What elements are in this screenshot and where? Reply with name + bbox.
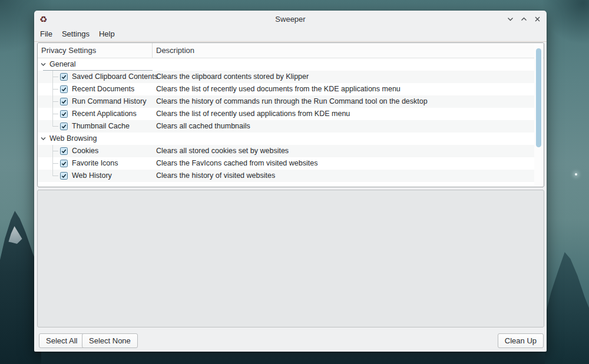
- item-description: Clears the clipboard contents stored by …: [153, 71, 534, 83]
- titlebar[interactable]: ♻ Sweeper: [34, 11, 547, 27]
- window-controls: [507, 11, 541, 27]
- chevron-down-icon[interactable]: [41, 133, 46, 145]
- item-label: Web History: [72, 170, 112, 182]
- item-label: Favorite Icons: [72, 157, 118, 170]
- column-header-privacy-settings[interactable]: Privacy Settings: [38, 43, 153, 58]
- checkbox[interactable]: [60, 98, 68, 105]
- tree-item-row[interactable]: Web HistoryClears the history of visited…: [38, 170, 534, 182]
- clean-up-button[interactable]: Clean Up: [498, 333, 544, 348]
- group-description: [153, 133, 534, 145]
- tree-branch-vline: [52, 145, 53, 176]
- tree-branch-vline: [52, 71, 53, 127]
- checkbox[interactable]: [60, 123, 68, 130]
- tree-item-row[interactable]: Saved Clipboard ContentsClears the clipb…: [38, 71, 534, 83]
- checkbox[interactable]: [60, 85, 68, 93]
- tree-group-row[interactable]: Web Browsing: [38, 133, 534, 145]
- tree-branch-line: [52, 163, 58, 164]
- group-description: [153, 58, 534, 71]
- chevron-down-icon[interactable]: [41, 58, 46, 71]
- checkbox[interactable]: [60, 73, 68, 81]
- tree-group-row[interactable]: General: [38, 58, 534, 71]
- tree-branch-line: [52, 114, 58, 114]
- sweeper-window: ♻ Sweeper File Settings Help Privacy Set…: [34, 11, 547, 352]
- wallpaper-star: [575, 173, 577, 176]
- item-label: Recent Documents: [72, 83, 134, 95]
- privacy-settings-tree: Privacy Settings Description GeneralSave…: [37, 42, 544, 187]
- item-label: Run Command History: [72, 95, 146, 108]
- tree-rows: GeneralSaved Clipboard ContentsClears th…: [38, 58, 534, 187]
- vertical-scrollbar[interactable]: [534, 44, 543, 186]
- menu-settings[interactable]: Settings: [57, 27, 94, 41]
- menubar: File Settings Help: [34, 27, 547, 42]
- tree-branch-line: [52, 89, 58, 90]
- tree-item-row[interactable]: Recent DocumentsClears the list of recen…: [38, 83, 534, 95]
- tree-item-row[interactable]: Thumbnail CacheClears all cached thumbna…: [38, 120, 534, 133]
- item-description: Clears the list of recently used documen…: [153, 83, 534, 95]
- tree-branch-line: [52, 126, 58, 127]
- maximize-button[interactable]: [520, 15, 527, 22]
- group-label: Web Browsing: [49, 133, 97, 145]
- tree-header: Privacy Settings Description: [38, 43, 544, 58]
- select-all-button[interactable]: Select All: [39, 333, 84, 348]
- item-label: Recent Applications: [72, 108, 137, 120]
- checkbox[interactable]: [60, 160, 68, 167]
- item-description: Clears all cached thumbnails: [153, 120, 534, 133]
- tree-branch-line: [52, 77, 58, 77]
- tree-item-row[interactable]: Run Command HistoryClears the history of…: [38, 95, 534, 108]
- select-none-button[interactable]: Select None: [82, 333, 138, 348]
- column-header-description[interactable]: Description: [153, 43, 544, 58]
- item-description: Clears all stored cookies set by website…: [153, 145, 534, 157]
- item-description: Clears the history of commands run throu…: [153, 95, 534, 108]
- item-label: Thumbnail Cache: [72, 120, 130, 133]
- tree-branch-line: [52, 176, 58, 176]
- checkbox[interactable]: [60, 172, 68, 180]
- tree-branch-line: [52, 101, 58, 102]
- group-label: General: [49, 58, 75, 71]
- tree-item-row[interactable]: CookiesClears all stored cookies set by …: [38, 145, 534, 157]
- wallpaper-mountain-right: [545, 252, 589, 364]
- tree-item-row[interactable]: Favorite IconsClears the FavIcons cached…: [38, 157, 534, 170]
- item-label: Cookies: [72, 145, 98, 157]
- menu-file[interactable]: File: [35, 27, 57, 41]
- tree-item-row[interactable]: Recent ApplicationsClears the list of re…: [38, 108, 534, 120]
- close-icon[interactable]: [534, 15, 541, 22]
- item-label: Saved Clipboard Contents: [72, 71, 158, 83]
- item-description: Clears the FavIcons cached from visited …: [153, 157, 534, 170]
- minimize-button[interactable]: [507, 15, 514, 22]
- checkbox[interactable]: [60, 110, 68, 118]
- item-description: Clears the history of visited websites: [153, 170, 534, 182]
- cleanup-output-panel: [37, 190, 544, 327]
- checkbox[interactable]: [60, 147, 68, 155]
- menu-help[interactable]: Help: [94, 27, 120, 41]
- item-description: Clears the list of recently used applica…: [153, 108, 534, 120]
- window-title: Sweeper: [34, 15, 547, 24]
- vertical-scrollbar-thumb[interactable]: [536, 48, 541, 147]
- tree-branch-line: [52, 151, 58, 151]
